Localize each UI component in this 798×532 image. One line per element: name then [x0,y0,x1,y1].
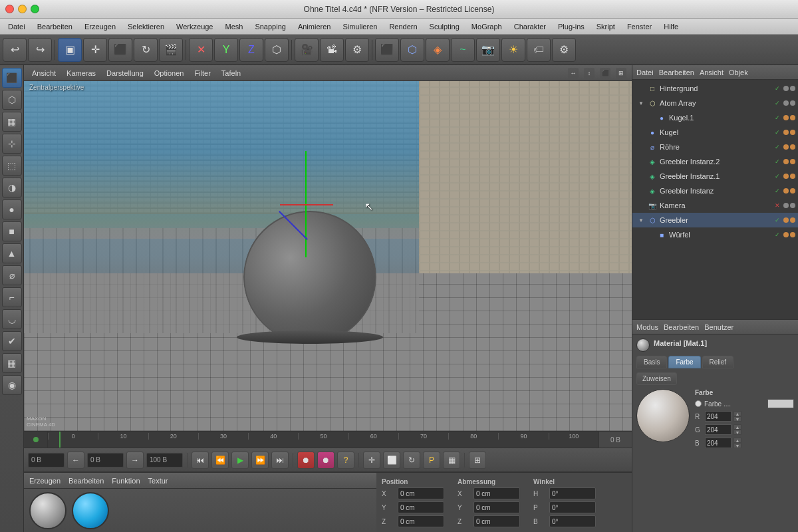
om-visibility-check[interactable]: ✓ [773,84,782,93]
record-button[interactable]: ⏺ [297,452,315,469]
mat-menu-erzeugen[interactable]: Erzeugen [29,477,61,485]
me-b-field[interactable]: 204 [705,438,732,448]
y-axis-button[interactable]: Y [214,38,238,62]
om-visibility-check[interactable]: ✕ [773,201,782,210]
om-dot[interactable] [783,130,789,135]
om-item-hintergrund[interactable]: □Hintergrund✓ [632,81,798,96]
viewport-menu-filter[interactable]: Filter [192,68,213,78]
tool-misc[interactable]: ◉ [2,375,22,395]
me-r-field[interactable]: 204 [705,411,732,422]
viewport-menu-kameras[interactable]: Kameras [64,68,98,78]
step-forward-button[interactable]: ⏩ [251,452,269,469]
om-item-greebler-instanz-1[interactable]: ◈Greebler Instanz.1✓ [632,169,798,184]
om-visibility-check[interactable]: ✓ [773,172,782,181]
om-visibility-check[interactable]: ✓ [773,142,782,152]
me-g-down[interactable]: ▼ [733,430,741,435]
maximize-button[interactable] [31,5,39,13]
me-menu-modus[interactable]: Modus [636,323,658,331]
om-dot[interactable] [790,174,795,179]
move-tool-button[interactable]: ✛ [83,38,107,62]
layout-button[interactable]: ⊞ [469,452,486,469]
menu-item-charakter[interactable]: Charakter [509,21,551,32]
tool-sculpt[interactable]: ◑ [2,178,22,198]
tool-model[interactable]: ⬛ [2,68,22,88]
material-ball-gray[interactable] [29,492,66,529]
x-axis-button[interactable]: ✕ [189,38,213,62]
deformer-button[interactable]: ◈ [426,38,450,62]
camera-button[interactable]: 📷 [476,38,500,62]
om-dot[interactable] [790,86,795,91]
om-dot[interactable] [790,159,795,164]
me-r-up[interactable]: ▲ [733,411,741,416]
3d-viewport[interactable]: ↖ Zentralperspektive MAXON CINEMA 4D [24,81,632,431]
mat-menu-textur[interactable]: Textur [148,477,168,485]
redo-button[interactable]: ↪ [28,38,52,62]
menu-item-plug-ins[interactable]: Plug-ins [553,21,590,32]
om-dot[interactable] [783,100,789,106]
menu-item-bearbeiten[interactable]: Bearbeiten [32,21,78,32]
om-menu-datei[interactable]: Datei [636,68,654,76]
minimize-button[interactable] [18,5,27,13]
om-item-w-rfel[interactable]: ■Würfel✓ [632,227,798,242]
om-item-kamera[interactable]: 📷Kamera✕ [632,198,798,213]
spline-button[interactable]: ~ [451,38,475,62]
keyframe-add-button[interactable]: ✛ [363,452,380,469]
tool-check[interactable]: ✔ [2,331,22,351]
om-item-greebler[interactable]: ▼⬡Greebler✓ [632,213,798,227]
tool-arc[interactable]: ◡ [2,309,22,329]
dope-sheet-button[interactable]: ▦ [443,452,460,469]
menu-item-mograph[interactable]: MoGraph [466,21,507,32]
go-end-button[interactable]: ⏭ [271,452,289,469]
om-dot[interactable] [783,203,789,208]
om-dot[interactable] [790,188,795,194]
menu-item-selektieren[interactable]: Selektieren [122,21,170,32]
rot-p-field[interactable]: 0° [549,501,596,513]
om-item-kugel[interactable]: ●Kugel✓ [632,125,798,140]
me-menu-bearbeiten[interactable]: Bearbeiten [664,323,699,331]
tool-uv[interactable]: ⬚ [2,156,22,176]
me-b-stepper[interactable]: ▲ ▼ [733,438,741,448]
tool-poly[interactable]: ⬡ [2,90,22,110]
record-alt-button[interactable]: ⏺ [317,452,334,469]
go-start-button[interactable]: ⏮ [192,452,209,469]
material-ball-blue[interactable] [72,492,109,529]
om-menu-bearbeiten[interactable]: Bearbeiten [659,68,694,76]
tool-point[interactable]: ⊹ [2,134,22,154]
pos-z-field[interactable]: 0 cm [398,515,444,527]
menu-item-snapping[interactable]: Snapping [249,21,291,32]
me-g-up[interactable]: ▲ [733,424,741,430]
om-menu-ansicht[interactable]: Ansicht [700,68,724,76]
help-button[interactable]: ? [337,452,354,469]
menu-item-datei[interactable]: Datei [3,21,31,32]
render-region-button[interactable]: 📽 [320,38,344,62]
tool-grid[interactable]: ▦ [2,353,22,373]
me-tab-farbe[interactable]: Farbe [668,356,700,368]
dim-x-field[interactable]: 0 cm [473,487,520,499]
mat-menu-funktion[interactable]: Funktion [112,477,140,485]
me-r-down[interactable]: ▼ [733,416,741,422]
om-dot[interactable] [790,115,795,120]
pos-x-field[interactable]: 0 cm [398,487,444,499]
viewport-fullscreen-icon[interactable]: ⬛ [600,68,610,78]
me-assign-button[interactable]: Zuweisen [636,372,677,385]
menu-item-werkzeuge[interactable]: Werkzeuge [171,21,218,32]
menu-item-sculpting[interactable]: Sculpting [424,21,465,32]
om-visibility-check[interactable]: ✓ [773,128,782,137]
transport-frame-field[interactable]: 0 B [87,453,124,467]
coord-system-button[interactable]: ⬡ [265,38,289,62]
om-dot[interactable] [790,130,795,135]
pos-y-field[interactable]: 0 cm [398,501,444,513]
motion-path-button[interactable]: P [423,452,440,469]
tool-cube[interactable]: ■ [2,221,22,241]
om-dot[interactable] [783,159,789,164]
om-arrow[interactable]: ▼ [637,99,645,107]
me-menu-benutzer[interactable]: Benutzer [704,323,733,331]
tag-button[interactable]: 🏷 [527,38,551,62]
om-dot[interactable] [783,144,789,150]
me-color-swatch[interactable] [767,399,794,408]
cube-button[interactable]: ⬛ [375,38,399,62]
menu-item-animieren[interactable]: Animieren [293,21,336,32]
me-tab-basis[interactable]: Basis [636,356,667,368]
menu-item-mesh[interactable]: Mesh [219,21,248,32]
scale-tool-button[interactable]: ⬛ [108,38,132,62]
